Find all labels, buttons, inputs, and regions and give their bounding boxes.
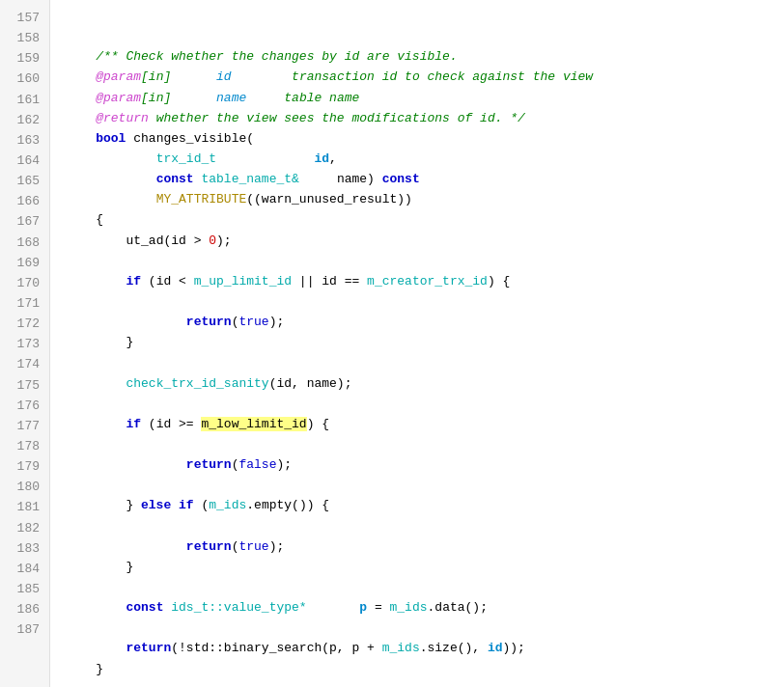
line-number: 169 <box>0 253 49 273</box>
token: m_low_limit_id <box>201 417 306 431</box>
token <box>66 600 126 615</box>
token <box>66 172 156 186</box>
token: return <box>126 641 171 655</box>
token <box>66 91 96 105</box>
token: else <box>141 498 171 512</box>
token: } <box>66 560 133 574</box>
token: name) <box>299 172 382 186</box>
token: return <box>186 457 232 472</box>
line-number: 183 <box>0 538 49 559</box>
token <box>66 376 126 391</box>
token: @param <box>96 69 141 84</box>
token <box>66 49 96 64</box>
token: ); <box>269 315 285 329</box>
line-number: 173 <box>0 334 49 354</box>
token: bool <box>96 131 126 146</box>
token: ( <box>246 131 254 146</box>
code-line: } else if (m_ids.empty()) { <box>66 495 784 515</box>
code-line <box>66 618 784 638</box>
token: m_creator_trx_id <box>367 274 488 289</box>
line-number: 157 <box>0 8 49 28</box>
token: 0 <box>209 234 216 248</box>
token: } <box>66 335 133 349</box>
code-line: const table_name_t& name) const <box>66 169 784 189</box>
token: return <box>186 315 232 329</box>
line-number: 171 <box>0 293 49 314</box>
code-line: trx_id_t id, <box>66 149 784 169</box>
code-line <box>66 516 784 536</box>
code-line: @return whether the view sees the modifi… <box>66 108 784 128</box>
token: (id < <box>141 274 194 289</box>
line-number: 165 <box>0 171 49 191</box>
token: return <box>186 539 232 554</box>
token: transaction id to check against the view <box>232 69 593 84</box>
line-number: 167 <box>0 211 49 232</box>
token: const <box>126 600 163 615</box>
code-line: } <box>66 557 784 577</box>
line-number: 184 <box>0 559 49 579</box>
code-line: bool changes_visible( <box>66 128 784 149</box>
line-number: 159 <box>0 48 49 69</box>
line-number: 166 <box>0 191 49 211</box>
token: [in] <box>141 69 171 84</box>
token: trx_id_t <box>156 151 216 166</box>
token: ids_t::value_type* <box>171 600 306 615</box>
token: (!std::binary_search(p, p + <box>171 641 381 655</box>
token: m_up_limit_id <box>194 274 292 289</box>
token: ); <box>276 457 292 472</box>
code-line: ut_ad(id > 0); <box>66 231 784 251</box>
token: id <box>314 151 329 166</box>
token: true <box>238 315 268 329</box>
token: /** Check whether the changes by id are … <box>96 49 457 64</box>
token: const <box>382 172 420 186</box>
token: table name <box>246 91 359 105</box>
token: false <box>238 457 276 472</box>
code-line: if (id < m_up_limit_id || id == m_creato… <box>66 271 784 291</box>
token: if <box>126 417 141 431</box>
token: ut_ad <box>126 234 163 248</box>
token: m_ids <box>209 498 246 512</box>
code-line: const ids_t::value_type* p = m_ids.data(… <box>66 597 784 618</box>
token: ) { <box>488 274 510 289</box>
token: ); <box>216 234 232 248</box>
code-line: return(true); <box>66 312 784 332</box>
line-number: 187 <box>0 619 49 640</box>
token <box>66 234 126 248</box>
code-line: return(!std::binary_search(p, p + m_ids.… <box>66 638 784 658</box>
line-number: 164 <box>0 151 49 171</box>
line-numbers: 1571581591601611621631641651661671681691… <box>0 0 50 687</box>
token: m_ids <box>382 641 420 655</box>
token <box>66 457 186 472</box>
code-line: } <box>66 332 784 352</box>
token: const <box>156 172 194 186</box>
line-number: 172 <box>0 314 49 334</box>
token: (id >= <box>141 417 201 431</box>
line-number: 170 <box>0 273 49 293</box>
line-number: 163 <box>0 130 49 151</box>
token: ( <box>194 498 210 512</box>
line-number: 176 <box>0 396 49 416</box>
token: id <box>488 641 503 655</box>
line-number: 168 <box>0 233 49 253</box>
token: , <box>329 151 337 166</box>
code-line: return(false); <box>66 454 784 475</box>
token <box>171 498 179 512</box>
token <box>171 69 216 84</box>
code-content[interactable]: /** Check whether the changes by id are … <box>50 0 784 687</box>
line-number: 160 <box>0 69 49 89</box>
token: MY_ATTRIBUTE <box>156 192 247 206</box>
line-number: 162 <box>0 110 49 130</box>
token: { <box>66 212 103 227</box>
token: @return <box>96 111 149 125</box>
token: ); <box>269 539 285 554</box>
token: } <box>66 662 103 676</box>
token: .empty()) { <box>246 498 329 512</box>
token: ((warn_unused_result)) <box>246 192 412 206</box>
token: .size(), <box>420 641 488 655</box>
line-number: 179 <box>0 456 49 477</box>
token <box>66 539 186 554</box>
code-line: { <box>66 209 784 230</box>
token: ) { <box>307 417 329 431</box>
code-line: } <box>66 659 784 679</box>
token: .data(); <box>428 600 488 615</box>
